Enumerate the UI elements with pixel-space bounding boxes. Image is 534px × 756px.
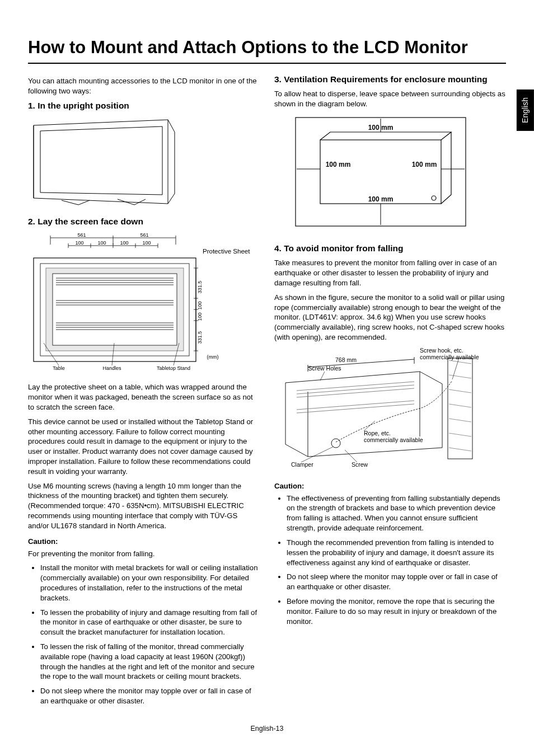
unit-mm: (mm): [207, 354, 219, 360]
dim-331-b: 331.5: [197, 331, 203, 344]
dim-561-b: 561: [140, 232, 148, 238]
sec2-para2: This device cannot be used or installed …: [28, 417, 260, 477]
sec3-para: To allow heat to disperse, leave space b…: [274, 89, 506, 109]
svg-line-65: [345, 450, 357, 462]
label-table: Table: [53, 365, 65, 371]
sec2-caution-heading: Caution:: [28, 537, 260, 547]
upright-diagram: [28, 115, 260, 210]
svg-line-64: [301, 447, 334, 462]
section-1-heading: 1. In the upright position: [28, 100, 260, 112]
intro-text: You can attach mounting accessories to t…: [28, 76, 260, 96]
left-column: You can attach mounting accessories to t…: [28, 74, 260, 711]
gap-left: 100 mm: [326, 161, 351, 168]
gap-bottom: 100 mm: [368, 195, 394, 203]
language-tab: English: [517, 90, 534, 131]
label-screw: Screw: [352, 461, 368, 468]
svg-rect-36: [320, 140, 441, 204]
label-tabletop: Tabletop Stand: [157, 365, 190, 371]
sec2-para1: Lay the protective sheet on a table, whi…: [28, 382, 260, 412]
sec4-para1: Take measures to prevent the monitor fro…: [274, 258, 506, 288]
list-item: To lessen the risk of falling of the mon…: [40, 642, 260, 682]
label-screwholes: Screw Holes: [308, 365, 341, 372]
label-rope: Rope, etc.commercially available: [364, 430, 423, 443]
dim-331-a: 331.5: [197, 281, 203, 294]
label-handles: Handles: [102, 365, 121, 371]
label-protective-sheet: Protective Sheet: [203, 248, 250, 255]
dim-100-1: 100: [75, 240, 83, 246]
list-item: The effectiveness of preventing from fal…: [287, 494, 506, 533]
svg-line-61: [320, 372, 325, 381]
dim-100-r1: 100: [197, 302, 203, 310]
section-3-heading: 3. Ventilation Requirements for enclosur…: [274, 74, 506, 86]
list-item: Install the monitor with metal brackets …: [40, 563, 260, 603]
sec2-para3: Use M6 mounting screws (having a length …: [28, 481, 260, 531]
label-clamper: Clamper: [291, 461, 313, 468]
label-screwhook: Screw hook, etc.commercially available: [420, 347, 479, 360]
sec4-caution-list: The effectiveness of preventing from fal…: [274, 494, 506, 627]
sec4-caution-heading: Caution:: [274, 481, 506, 491]
dim-100-4: 100: [142, 240, 151, 246]
content-columns: You can attach mounting accessories to t…: [28, 74, 506, 711]
page-title: How to Mount and Attach Options to the L…: [28, 36, 506, 64]
facedown-diagram: 561 561 100 100 100 100 331.5 100 100 33…: [28, 231, 260, 377]
dim-100-2: 100: [97, 240, 106, 246]
list-item: Do not sleep where the monitor may toppl…: [40, 686, 260, 706]
right-column: 3. Ventilation Requirements for enclosur…: [274, 74, 506, 711]
page-footer: English-13: [28, 724, 506, 734]
falling-prevention-diagram: 768 mm Screw Holes Screw hook, etc.comme…: [274, 347, 506, 476]
dim-100-r2: 100: [197, 313, 203, 321]
svg-point-57: [331, 439, 340, 448]
list-item: Before moving the monitor, remove the ro…: [287, 597, 506, 626]
dim-768: 768 mm: [335, 356, 357, 363]
gap-right: 100 mm: [412, 161, 437, 168]
section-4-heading: 4. To avoid monitor from falling: [274, 243, 506, 255]
dim-561-a: 561: [77, 232, 86, 238]
ventilation-diagram: 100 mm 100 mm 100 mm 100 mm: [291, 113, 506, 231]
list-item: To lessen the probability of injury and …: [40, 608, 260, 637]
svg-rect-42: [448, 358, 472, 459]
section-2-heading: 2. Lay the screen face down: [28, 216, 260, 228]
list-item: Do not sleep where the monitor may toppl…: [287, 572, 506, 592]
list-item: Though the recommended prevention from f…: [287, 538, 506, 567]
sec2-caution-intro: For preventing the monitor from falling.: [28, 549, 260, 559]
sec2-caution-list: Install the monitor with metal brackets …: [28, 563, 260, 706]
dim-100-3: 100: [120, 240, 128, 246]
gap-top: 100 mm: [368, 124, 394, 132]
sec4-para2: As shown in the figure, secure the monit…: [274, 293, 506, 342]
